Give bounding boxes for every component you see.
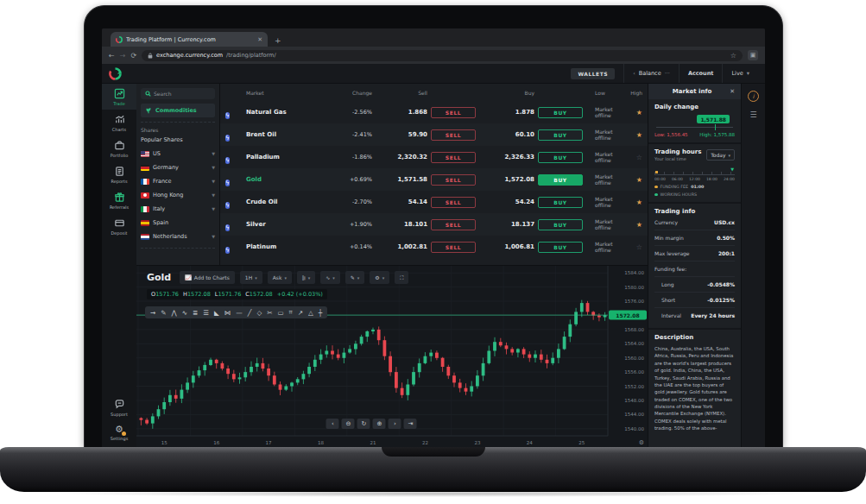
- star-icon[interactable]: ☆: [623, 154, 642, 161]
- extensions-icon[interactable]: ▣: [748, 50, 758, 60]
- chevron-left-icon: ‹: [633, 70, 635, 77]
- sell-button[interactable]: SELL: [431, 152, 476, 163]
- table-row[interactable]: ϟ Platinum +0.14% 1,002.81 SELL 1,006.81…: [220, 236, 648, 258]
- sell-button[interactable]: SELL: [431, 107, 476, 118]
- country-item-france[interactable]: France▼: [141, 174, 215, 188]
- table-row[interactable]: ϟ Natural Gas -2.56% 1.868 SELL 1.878 BU…: [220, 101, 648, 123]
- sidebar-item-trade[interactable]: Trade: [102, 84, 136, 110]
- star-icon[interactable]: ☆: [623, 243, 642, 251]
- more-dots-icon[interactable]: ···: [665, 70, 670, 77]
- sell-button[interactable]: SELL: [431, 174, 476, 186]
- table-row[interactable]: ϟ Gold +0.69% 1,571.58 SELL 1,572.08 BUY…: [220, 168, 648, 191]
- market-info-tab-icon[interactable]: i: [748, 91, 759, 102]
- trend-angle-tool-icon[interactable]: ↗: [298, 309, 303, 317]
- buy-button[interactable]: BUY: [538, 129, 583, 141]
- category-commodities[interactable]: Commodities: [141, 104, 215, 117]
- go-to-end-button[interactable]: ⇥: [404, 419, 417, 429]
- star-icon[interactable]: ★: [623, 109, 642, 117]
- star-icon[interactable]: ★: [623, 131, 642, 139]
- interval-selector[interactable]: 1H▾: [240, 271, 262, 284]
- sidebar-item-support[interactable]: Support: [102, 394, 136, 420]
- star-icon[interactable]: ★: [623, 198, 642, 206]
- horizontal-line-tool-icon[interactable]: —: [236, 309, 243, 317]
- table-row[interactable]: ϟ Crude Oil -2.70% 54.14 SELL 54.24 BUY …: [220, 191, 648, 213]
- wallets-button[interactable]: WALLETS: [571, 68, 615, 79]
- account-item[interactable]: Account: [679, 64, 723, 83]
- reset-view-button[interactable]: ↻: [357, 419, 370, 429]
- hours-range-selector[interactable]: Today▾: [706, 149, 735, 161]
- star-icon[interactable]: ★: [623, 176, 642, 184]
- country-item-italy[interactable]: Italy▼: [141, 202, 215, 216]
- buy-button[interactable]: BUY: [538, 152, 583, 163]
- shape-tool-icon[interactable]: ◇: [256, 309, 262, 317]
- buy-button[interactable]: BUY: [538, 107, 583, 118]
- pan-right-button[interactable]: ›: [389, 419, 401, 429]
- pan-left-button[interactable]: ‹: [326, 419, 339, 429]
- vertical-line-tool-icon[interactable]: ┼: [319, 309, 323, 317]
- browser-tab[interactable]: Trading Platform | Currency.com ✕: [111, 32, 268, 47]
- sidebar-item-portfolio[interactable]: Portfolio: [102, 135, 136, 161]
- indicators-selector[interactable]: ∿▾: [320, 271, 340, 284]
- price-type-selector[interactable]: Ask▾: [268, 271, 292, 284]
- levels-tool-icon[interactable]: ☰: [203, 309, 209, 317]
- tab-close-icon[interactable]: ✕: [257, 36, 262, 43]
- country-item-netherlands[interactable]: Netherlands▼: [141, 230, 215, 243]
- live-selector[interactable]: Live ▾: [722, 64, 758, 83]
- new-tab-button[interactable]: +: [275, 36, 281, 47]
- url-path: /trading/platform/: [226, 52, 276, 59]
- address-bar[interactable]: exchange.currency.com/trading/platform/ …: [142, 50, 743, 61]
- buy-button[interactable]: BUY: [538, 242, 583, 253]
- measure-tool-icon[interactable]: ✂: [267, 309, 272, 317]
- sidebar-item-deposit[interactable]: Deposit: [102, 213, 136, 239]
- sidebar-item-reports[interactable]: Reports: [102, 161, 136, 187]
- table-row[interactable]: ϟ Brent Oil -2.41% 59.90 SELL 60.10 BUY …: [220, 123, 648, 146]
- back-icon[interactable]: ←: [109, 52, 115, 60]
- annotation-tool-icon[interactable]: ⌗: [289, 308, 293, 317]
- table-row[interactable]: ϟ Palladium -1.86% 2,320.32 SELL 2,326.3…: [220, 146, 648, 168]
- sidebar-item-charts[interactable]: Charts: [102, 110, 136, 135]
- country-item-spain[interactable]: Spain: [141, 216, 215, 230]
- table-row[interactable]: ϟ Silver +1.90% 18.101 SELL 18.137 BUY M…: [220, 213, 648, 236]
- fib-levels-tool-icon[interactable]: ≣: [193, 309, 198, 317]
- reload-icon[interactable]: ⟳: [130, 52, 136, 60]
- buy-button[interactable]: BUY: [538, 197, 583, 208]
- sidebar-item-referrals[interactable]: Referrals: [102, 187, 136, 213]
- bookmark-star-icon[interactable]: ☆: [730, 52, 736, 60]
- sell-button[interactable]: SELL: [431, 129, 476, 141]
- gift-icon: [114, 192, 125, 203]
- zoom-in-button[interactable]: ⊕: [373, 419, 386, 429]
- sell-button[interactable]: SELL: [431, 242, 476, 253]
- sidebar-item-settings[interactable]: ⚙ Settings: [102, 420, 136, 448]
- buy-button[interactable]: BUY: [538, 219, 583, 230]
- triangle-tool-icon[interactable]: △: [308, 309, 313, 317]
- add-to-charts-button[interactable]: 📈Add to Charts: [180, 271, 235, 284]
- fullscreen-button[interactable]: ⛶: [395, 271, 408, 284]
- buy-button[interactable]: BUY: [538, 174, 583, 186]
- funding-long-row: Long-0.0548%: [654, 277, 735, 293]
- forward-icon[interactable]: →: [120, 52, 126, 60]
- country-item-germany[interactable]: Germany▼: [141, 161, 215, 174]
- chart-settings-selector[interactable]: ⚙▾: [370, 271, 389, 284]
- zoom-out-button[interactable]: ⊖: [342, 419, 355, 429]
- country-item-us[interactable]: US▼: [141, 147, 215, 161]
- news-tab-icon[interactable]: ☰: [749, 110, 756, 119]
- ray-tool-icon[interactable]: ╱: [248, 309, 252, 317]
- zigzag-tool-icon[interactable]: ⋀: [172, 309, 177, 317]
- pitchfork-tool-icon[interactable]: ◣: [214, 309, 219, 317]
- balance-item[interactable]: ‹ Balance ···: [623, 64, 679, 83]
- country-item-hong-kong[interactable]: Hong Kong▼: [141, 188, 215, 202]
- star-icon[interactable]: ★: [623, 221, 642, 229]
- xabcd-pattern-tool-icon[interactable]: ⋈: [224, 309, 231, 317]
- sidebar-spacer: [102, 239, 136, 394]
- draw-selector[interactable]: ✎▾: [345, 271, 365, 284]
- axis-settings-gear-icon[interactable]: ⚙: [639, 439, 644, 446]
- trend-line-tool-icon[interactable]: ✎: [161, 309, 166, 317]
- rectangle-tool-icon[interactable]: ▭: [277, 309, 283, 317]
- chart-style-selector[interactable]: ⫿⫾▾: [297, 271, 315, 284]
- sell-button[interactable]: SELL: [431, 219, 476, 230]
- arrow-tool-icon[interactable]: →: [150, 309, 155, 317]
- sell-button[interactable]: SELL: [431, 197, 476, 208]
- close-icon[interactable]: ✕: [730, 88, 735, 95]
- wave-tool-icon[interactable]: ∿: [182, 309, 187, 317]
- search-input[interactable]: Search: [141, 88, 215, 99]
